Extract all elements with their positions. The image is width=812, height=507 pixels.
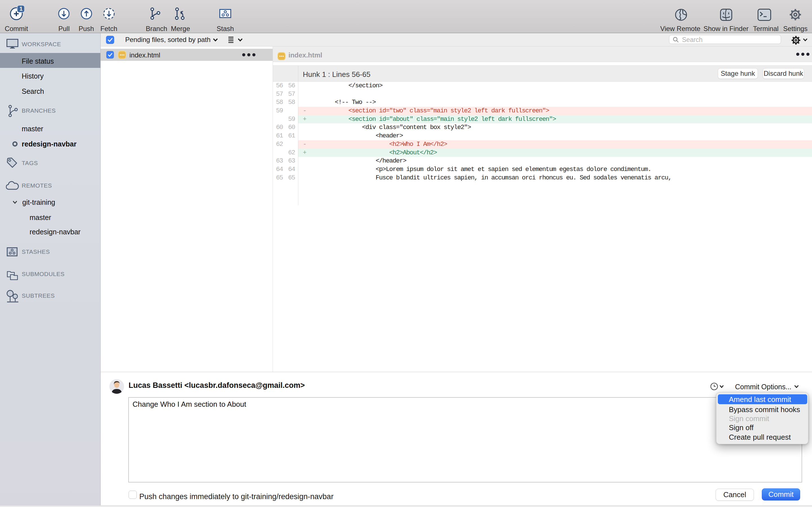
svg-text:1: 1 <box>19 6 22 12</box>
